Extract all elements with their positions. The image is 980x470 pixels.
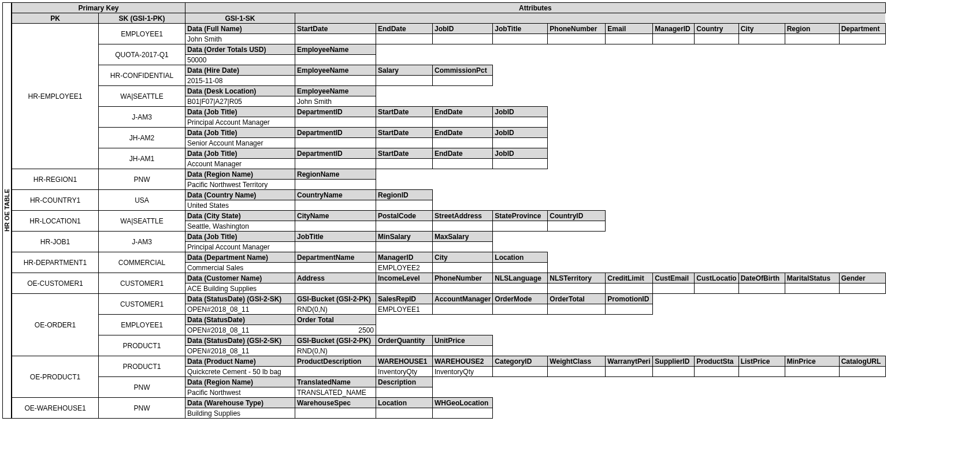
attr-value-cell (606, 367, 653, 377)
attr-header-cell: Data (Customer Name) (185, 273, 295, 284)
attr-value-cell (295, 117, 376, 128)
attr-header-cell: CommissionPct (433, 65, 493, 76)
attr-value-cell (606, 304, 653, 315)
attr-value-cell (295, 55, 376, 65)
attr-header-cell: Data (StatusDate) (GSI-2-SK) (185, 335, 295, 346)
attr-header-cell: ProductSta (695, 356, 738, 367)
attr-header-cell: Data (Job Title) (185, 232, 295, 242)
sk-cell: CUSTOMER1 (99, 294, 185, 315)
attr-value-cell (433, 242, 493, 252)
attr-value-cell (376, 242, 433, 252)
attr-header-cell: ListPrice (738, 356, 785, 367)
sk-cell: WA|SEATTLE (99, 211, 185, 232)
schema-table: Primary Key Attributes PK SK (GSI-1-PK) … (12, 2, 886, 419)
sk-cell: PNW (99, 398, 185, 419)
attr-value-cell (295, 180, 376, 190)
attr-value-cell (785, 284, 839, 294)
attr-value-cell (295, 263, 376, 273)
sk-cell: J-AM3 (99, 107, 185, 128)
sk-cell: JH-AM1 (99, 148, 185, 169)
attr-value-cell (738, 284, 785, 294)
attr-header-cell: Data (Product Name) (185, 356, 295, 367)
attr-header-cell: Address (295, 273, 376, 284)
attr-header-cell: SalesRepID (376, 294, 433, 304)
attr-value-cell (295, 367, 376, 377)
attr-value-cell (606, 284, 653, 294)
attr-header-cell: EndDate (433, 107, 493, 117)
attr-value-cell: Pacific Northwest Territory (185, 180, 295, 190)
sk-cell: COMMERCIAL (99, 252, 185, 273)
attr-value-cell (653, 284, 695, 294)
attr-header-cell: Data (Desk Location) (185, 86, 295, 96)
attr-value-cell (785, 34, 839, 44)
attr-value-cell (738, 367, 785, 377)
attr-header-cell: CountryID (548, 211, 606, 221)
attr-value-cell (376, 408, 433, 419)
sk-cell: HR-CONFIDENTIAL (99, 65, 185, 86)
attr-value-cell: Principal Account Manager (185, 242, 295, 252)
sk-header: SK (GSI-1-PK) (99, 13, 185, 24)
attr-header-cell: DepartmentID (295, 128, 376, 138)
attr-header-cell: Data (Department Name) (185, 252, 295, 263)
attr-header-cell: ManagerID (376, 252, 433, 263)
attr-value-cell (695, 284, 738, 294)
attr-value-cell: RND(0,N) (295, 304, 376, 315)
attr-value-cell: OPEN#2018_08_11 (185, 325, 295, 335)
attr-value-cell: InventoryQty (433, 367, 493, 377)
attr-header-cell: SupplierID (653, 356, 695, 367)
attr-header-cell: MinSalary (376, 232, 433, 242)
attr-value-cell (376, 221, 433, 232)
sk-cell: PNW (99, 377, 185, 398)
attr-header-cell: EmployeeName (295, 44, 376, 55)
attr-value-cell (433, 304, 493, 315)
attr-value-cell (295, 76, 376, 86)
attr-value-cell (548, 284, 606, 294)
attr-value-cell: TRANSLATED_NAME (295, 387, 376, 398)
attr-header-cell: GSI-Bucket (GSI-2-PK) (295, 294, 376, 304)
attr-header-cell: OrderQuantity (376, 335, 433, 346)
sk-cell: WA|SEATTLE (99, 86, 185, 107)
attr-value-cell (839, 34, 885, 44)
attr-value-cell: John Smith (295, 96, 376, 107)
attr-header-cell: City (433, 252, 493, 263)
pk-header: PK (12, 13, 99, 24)
attr-header-cell: MaritalStatus (785, 273, 839, 284)
attr-value-cell: 50000 (185, 55, 295, 65)
attr-header-cell: CityName (295, 211, 376, 221)
sk-cell: USA (99, 190, 185, 211)
attr-header-cell: WeightClass (548, 356, 606, 367)
attr-header-cell: StartDate (376, 148, 433, 159)
attr-value-cell (653, 34, 695, 44)
sk-cell: CUSTOMER1 (99, 273, 185, 294)
pk-cell: HR-EMPLOYEE1 (12, 24, 99, 169)
attr-header-cell: MinPrice (785, 356, 839, 367)
attr-value-cell (548, 221, 606, 232)
attr-value-cell (376, 159, 433, 169)
attr-header-cell: Location (493, 252, 548, 263)
attr-header-cell: JobID (493, 107, 548, 117)
pk-cell: HR-LOCATION1 (12, 211, 99, 232)
attr-value-cell (376, 76, 433, 86)
attr-header-cell: Order Total (295, 315, 376, 325)
attr-value-cell (295, 34, 376, 44)
attr-value-cell (376, 284, 433, 294)
attr-value-cell (738, 34, 785, 44)
pk-cell: OE-PRODUCT1 (12, 356, 99, 398)
attr-header-cell: RegionID (376, 190, 433, 200)
attr-header-cell: EndDate (433, 148, 493, 159)
primary-key-group-header: Primary Key (12, 3, 185, 13)
attr-header-cell: Data (StatusDate) (185, 315, 295, 325)
pk-cell: OE-CUSTOMER1 (12, 273, 99, 294)
attr-header-cell: CategoryID (493, 356, 548, 367)
diagram-root: HR OE TABLE Primary Key Attributes PK SK… (2, 2, 978, 419)
attr-value-cell (376, 117, 433, 128)
attr-value-cell (433, 76, 493, 86)
attr-value-cell: RND(0,N) (295, 346, 376, 356)
attr-header-cell: Data (Region Name) (185, 169, 295, 180)
attr-value-cell (493, 159, 548, 169)
attr-header-cell: EmployeeName (295, 86, 376, 96)
attr-value-cell: Pacific Northwest (185, 387, 295, 398)
attr-header-cell: Data (Job Title) (185, 128, 295, 138)
attr-header-cell: Email (606, 24, 653, 34)
attr-header-cell: Data (Job Title) (185, 148, 295, 159)
